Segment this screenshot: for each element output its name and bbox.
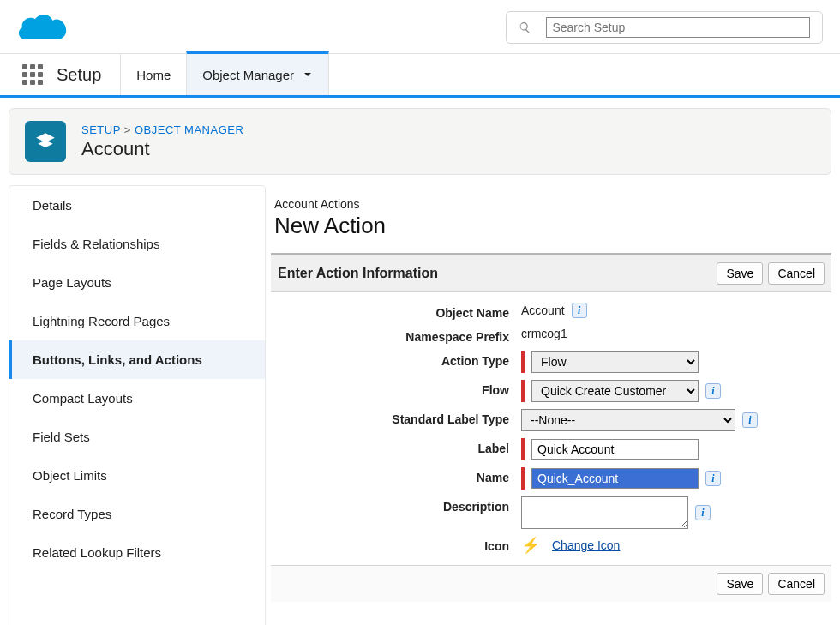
nav-bar: Setup Home Object Manager xyxy=(0,53,840,98)
info-icon[interactable]: i xyxy=(572,303,587,318)
sidebar-item-field-sets[interactable]: Field Sets xyxy=(9,418,265,456)
label-std-label-type: Standard Label Type xyxy=(281,409,521,426)
breadcrumb-sep: > xyxy=(124,123,131,136)
cancel-button-top[interactable]: Cancel xyxy=(768,262,825,285)
label-icon: Icon xyxy=(281,536,521,553)
tab-home[interactable]: Home xyxy=(120,54,186,95)
sidebar-item-buttons-links-actions[interactable]: Buttons, Links, and Actions xyxy=(9,340,265,379)
info-icon[interactable]: i xyxy=(705,471,721,486)
select-standard-label-type[interactable]: --None-- xyxy=(521,409,735,431)
object-icon xyxy=(25,121,66,162)
sidebar-item-page-layouts[interactable]: Page Layouts xyxy=(9,263,265,302)
required-indicator xyxy=(521,467,525,490)
sidebar-item-record-types[interactable]: Record Types xyxy=(9,495,265,533)
label-action-type: Action Type xyxy=(281,351,521,368)
required-indicator xyxy=(521,380,525,402)
section-title: Enter Action Information xyxy=(278,266,711,281)
page-header: SETUP > OBJECT MANAGER Account xyxy=(9,108,831,175)
sidebar-item-lightning-pages[interactable]: Lightning Record Pages xyxy=(9,302,265,340)
tab-object-manager-label: Object Manager xyxy=(202,68,294,82)
action-page-title: New Action xyxy=(271,213,831,239)
label-object-name: Object Name xyxy=(281,303,521,320)
app-launcher-icon[interactable] xyxy=(22,64,43,85)
chevron-down-icon xyxy=(303,69,313,80)
sidebar-item-details[interactable]: Details xyxy=(9,186,265,225)
subheading: Account Actions xyxy=(271,197,831,211)
search-input[interactable] xyxy=(546,17,810,38)
required-indicator xyxy=(521,351,525,373)
page-title: Account xyxy=(81,138,243,160)
cancel-button-bottom[interactable]: Cancel xyxy=(768,573,825,595)
lightning-icon: ⚡ xyxy=(521,536,540,555)
select-flow[interactable]: Quick Create Customer xyxy=(531,380,699,402)
info-icon[interactable]: i xyxy=(742,412,758,428)
sidebar-item-related-lookup-filters[interactable]: Related Lookup Filters xyxy=(9,533,265,572)
save-button-bottom[interactable]: Save xyxy=(717,573,763,595)
info-icon[interactable]: i xyxy=(695,505,711,520)
breadcrumb: SETUP > OBJECT MANAGER xyxy=(81,123,243,136)
tab-object-manager[interactable]: Object Manager xyxy=(186,51,329,95)
breadcrumb-setup[interactable]: SETUP xyxy=(81,123,121,136)
save-button-top[interactable]: Save xyxy=(717,262,763,285)
label-label: Label xyxy=(281,438,521,455)
sidebar-item-compact-layouts[interactable]: Compact Layouts xyxy=(9,379,265,418)
salesforce-cloud-icon xyxy=(17,9,69,46)
app-title: Setup xyxy=(57,54,120,95)
info-icon[interactable]: i xyxy=(705,383,721,399)
value-object-name: Account xyxy=(521,303,565,317)
sidebar-item-object-limits[interactable]: Object Limits xyxy=(9,456,265,495)
search-icon xyxy=(519,21,531,34)
input-label[interactable] xyxy=(531,439,699,460)
search-box[interactable] xyxy=(506,11,823,44)
input-name[interactable] xyxy=(531,468,699,489)
value-namespace: crmcog1 xyxy=(521,327,567,340)
main-panel: Account Actions New Action Enter Action … xyxy=(271,185,831,625)
label-description: Description xyxy=(281,496,521,514)
required-indicator xyxy=(521,438,525,460)
breadcrumb-object-manager[interactable]: OBJECT MANAGER xyxy=(135,123,243,136)
select-action-type[interactable]: Flow xyxy=(531,351,699,373)
sidebar-item-fields[interactable]: Fields & Relationships xyxy=(9,225,265,263)
sidebar: Details Fields & Relationships Page Layo… xyxy=(9,185,266,625)
label-flow: Flow xyxy=(281,380,521,397)
label-namespace: Namespace Prefix xyxy=(281,327,521,344)
change-icon-link[interactable]: Change Icon xyxy=(552,538,620,552)
label-name: Name xyxy=(281,467,521,484)
textarea-description[interactable] xyxy=(521,496,688,529)
